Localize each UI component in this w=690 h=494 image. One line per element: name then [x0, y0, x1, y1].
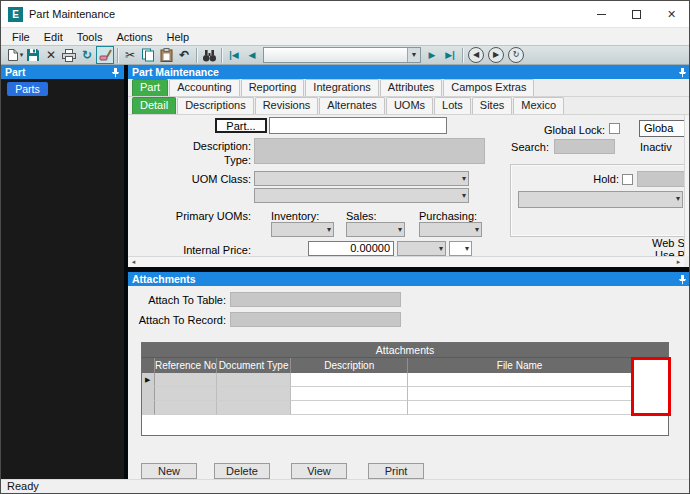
- minimize-button[interactable]: [584, 1, 619, 27]
- clear-button[interactable]: [96, 46, 114, 64]
- pin-icon[interactable]: [111, 67, 120, 81]
- type-label: Type:: [128, 154, 251, 167]
- record-selector-combo[interactable]: ▼: [263, 47, 421, 63]
- menu-item-help[interactable]: Help: [159, 28, 196, 46]
- cell-description[interactable]: [291, 387, 408, 401]
- table-row[interactable]: [142, 401, 668, 415]
- tree-node-parts[interactable]: Parts: [7, 82, 48, 96]
- cell-description[interactable]: [291, 401, 408, 415]
- new-attachment-button[interactable]: New: [141, 463, 197, 479]
- tab-attributes[interactable]: Attributes: [380, 79, 442, 96]
- tab-reporting[interactable]: Reporting: [241, 79, 305, 96]
- cell-file-name[interactable]: [408, 373, 632, 387]
- menu-item-actions[interactable]: Actions: [109, 28, 159, 46]
- menu-item-edit[interactable]: Edit: [37, 28, 70, 46]
- hold-reason-combo[interactable]: [518, 191, 683, 208]
- attach-to-record-label: Attach To Record:: [128, 314, 226, 327]
- next-record-button[interactable]: ▶: [423, 46, 441, 64]
- last-record-button[interactable]: ▶|: [441, 46, 459, 64]
- menu-item-file[interactable]: File: [5, 28, 37, 46]
- column-header-reference-no[interactable]: Reference No: [155, 358, 217, 373]
- cut-button[interactable]: ✂: [121, 46, 139, 64]
- cell-reference-no[interactable]: [155, 401, 217, 415]
- tab-integrations[interactable]: Integrations: [305, 79, 378, 96]
- tab-uoms[interactable]: UOMs: [386, 97, 433, 114]
- cell-file-name[interactable]: [408, 387, 632, 401]
- undo-button[interactable]: ↶: [175, 46, 193, 64]
- new-icon: [7, 48, 19, 62]
- undo-icon: ↶: [179, 49, 189, 61]
- paste-button[interactable]: [157, 46, 175, 64]
- inventory-uom-combo[interactable]: [271, 222, 334, 237]
- record-selector-dropdown-icon[interactable]: ▼: [407, 48, 420, 62]
- nav-forward-button[interactable]: ▶: [488, 47, 504, 63]
- menu-bar: File Edit Tools Actions Help: [1, 27, 689, 45]
- column-header-document-type[interactable]: Document Type: [217, 358, 292, 373]
- next-record-icon: ▶: [429, 51, 436, 60]
- type-combo[interactable]: [254, 188, 469, 203]
- primary-tab-bar: Part Accounting Reporting Integrations A…: [128, 79, 690, 97]
- print-attachment-button[interactable]: Print: [368, 463, 424, 479]
- tab-mexico[interactable]: Mexico: [513, 97, 564, 114]
- uom-class-combo[interactable]: [254, 171, 469, 186]
- tab-descriptions[interactable]: Descriptions: [177, 97, 254, 114]
- cell-file-name[interactable]: [408, 401, 632, 415]
- column-header-description[interactable]: Description: [291, 358, 408, 373]
- tab-lots[interactable]: Lots: [434, 97, 471, 114]
- search-button[interactable]: [200, 46, 218, 64]
- first-record-button[interactable]: |◀: [225, 46, 243, 64]
- vertical-scrollbar[interactable]: [684, 115, 690, 256]
- cell-reference-no[interactable]: [155, 387, 217, 401]
- purchasing-uom-combo[interactable]: [419, 222, 482, 237]
- column-header-file-name[interactable]: File Name: [408, 358, 632, 373]
- maximize-button[interactable]: [619, 1, 654, 27]
- tab-sites[interactable]: Sites: [472, 97, 512, 114]
- close-button[interactable]: ✕: [654, 1, 689, 27]
- tab-part[interactable]: Part: [132, 79, 168, 96]
- scroll-right-icon[interactable]: ▸: [673, 257, 684, 267]
- toolbar: ▾ ✕ ↻ ✂ ↶ |◀ ◀ ▼ ▶ ▶|: [1, 45, 689, 65]
- scroll-left-icon[interactable]: ◂: [128, 257, 139, 267]
- toolbar-separator: [196, 48, 197, 63]
- cell-document-type[interactable]: [217, 387, 292, 401]
- nav-back-button[interactable]: ◀: [468, 47, 484, 63]
- part-button[interactable]: Part...: [215, 118, 267, 133]
- grid-title: Attachments: [142, 343, 668, 358]
- new-button[interactable]: ▾: [6, 46, 24, 64]
- previous-record-button[interactable]: ◀: [243, 46, 261, 64]
- internal-price-currency-combo[interactable]: [449, 241, 472, 256]
- internal-price-input[interactable]: 0.00000: [308, 241, 394, 256]
- sales-uom-combo[interactable]: [346, 222, 405, 237]
- tab-detail[interactable]: Detail: [132, 97, 176, 114]
- tab-revisions[interactable]: Revisions: [255, 97, 319, 114]
- print-button[interactable]: [60, 46, 78, 64]
- internal-price-uom-combo[interactable]: [397, 241, 446, 256]
- cell-document-type[interactable]: [217, 373, 292, 387]
- hold-checkbox[interactable]: [622, 174, 633, 185]
- cell-document-type[interactable]: [217, 401, 292, 415]
- paste-icon: [160, 48, 173, 62]
- cell-reference-no[interactable]: [155, 373, 217, 387]
- view-attachment-button[interactable]: View: [291, 463, 347, 479]
- table-row[interactable]: [142, 387, 668, 401]
- horizontal-scrollbar[interactable]: ◂ ▸: [128, 256, 684, 267]
- attachments-grid: Attachments Reference No Document Type D…: [141, 342, 669, 436]
- tab-campos-extras[interactable]: Campos Extras: [443, 79, 534, 96]
- global-button[interactable]: Globa: [639, 120, 690, 137]
- delete-attachment-button[interactable]: Delete: [214, 463, 270, 479]
- global-lock-checkbox[interactable]: [609, 123, 620, 134]
- cell-description[interactable]: [291, 373, 408, 387]
- nav-refresh-button[interactable]: ↻: [508, 47, 524, 63]
- pin-icon[interactable]: [678, 274, 687, 288]
- copy-button[interactable]: [139, 46, 157, 64]
- tab-accounting[interactable]: Accounting: [169, 79, 239, 96]
- refresh-button[interactable]: ↻: [78, 46, 96, 64]
- table-row[interactable]: ▶: [142, 373, 668, 387]
- part-input[interactable]: [269, 117, 447, 134]
- tab-alternates[interactable]: Alternates: [319, 97, 385, 114]
- delete-button[interactable]: ✕: [42, 46, 60, 64]
- app-window: E Part Maintenance ✕ File Edit Tools Act…: [0, 0, 690, 494]
- menu-item-tools[interactable]: Tools: [70, 28, 110, 46]
- save-button[interactable]: [24, 46, 42, 64]
- description-label: Description:: [128, 140, 251, 153]
